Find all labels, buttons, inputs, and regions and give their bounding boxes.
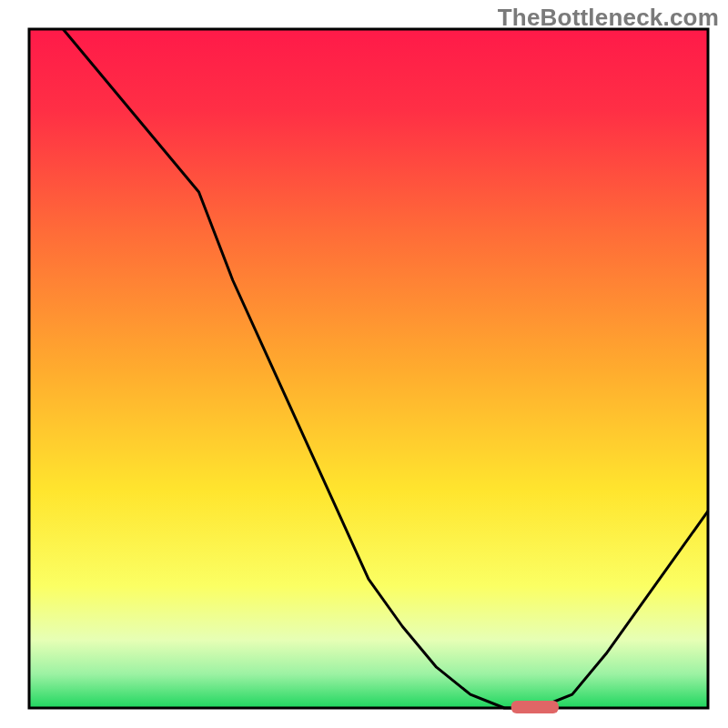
plot-background (29, 29, 708, 708)
chart-container: { "watermark": "TheBottleneck.com", "cha… (0, 0, 728, 728)
minimum-marker (511, 701, 559, 713)
bottleneck-chart (0, 0, 728, 728)
